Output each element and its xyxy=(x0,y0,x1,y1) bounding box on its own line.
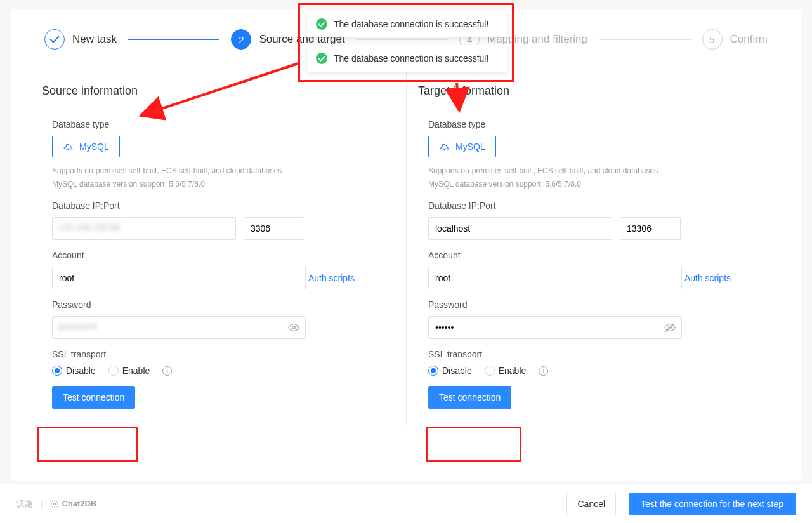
annotation-arrows xyxy=(0,0,812,523)
brand-chat2db: Chat2DB xyxy=(50,499,96,508)
gear-icon xyxy=(50,500,59,508)
brand-woqu: 沃趣 xyxy=(16,498,33,510)
svg-point-5 xyxy=(54,503,56,505)
bottom-bar: 沃趣 | Chat2DB Cancel Test the connection … xyxy=(0,484,812,523)
svg-line-4 xyxy=(457,83,459,110)
svg-line-3 xyxy=(141,63,298,116)
cancel-button[interactable]: Cancel xyxy=(566,493,616,515)
brand-row: 沃趣 | Chat2DB xyxy=(16,498,96,510)
footer-actions: Cancel Test the connection for the next … xyxy=(566,493,796,515)
test-next-step-button[interactable]: Test the connection for the next step xyxy=(629,493,796,515)
